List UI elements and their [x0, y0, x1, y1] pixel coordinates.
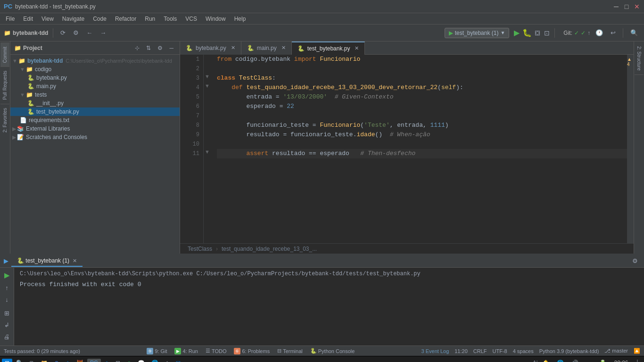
vscode-button[interactable]: ◈ — [102, 359, 112, 362]
todo-tool-btn[interactable]: ☰ TODO — [202, 347, 231, 355]
sync-button[interactable]: ⟳ — [58, 28, 68, 38]
menu-window[interactable]: Window — [202, 15, 230, 23]
menu-refactor[interactable]: Refactor — [111, 15, 140, 23]
run-output[interactable]: C:\Users\leo_o\Envs\bytebank-tdd\Scripts… — [14, 268, 644, 346]
run-scroll-up-button[interactable]: ↑ — [4, 283, 10, 293]
tree-item-bytebank-py[interactable]: 🐍 bytebank.py — [10, 74, 180, 82]
tree-item-main-py[interactable]: 🐍 main.py — [10, 82, 180, 90]
run-tab-close[interactable]: ✕ — [73, 258, 77, 263]
tree-item-requirements[interactable]: 📄 requirements.txt — [10, 116, 180, 124]
run-scroll-down-button[interactable]: ↓ — [4, 295, 10, 304]
tree-item-scratches[interactable]: ▶ 📝 Scratches and Consoles — [10, 133, 180, 141]
show-desktop-button[interactable]: │ — [633, 359, 643, 362]
python-console-tool-btn[interactable]: 🐍 Python Console — [306, 347, 359, 355]
project-locate-button[interactable]: ⊹ — [132, 43, 142, 53]
status-indent[interactable]: 4 spaces — [513, 348, 534, 354]
start-button[interactable]: ⊞ — [2, 359, 12, 362]
close-button[interactable]: ✕ — [634, 3, 640, 10]
tab-test-bytebank-close[interactable]: ✕ — [355, 45, 359, 51]
menu-edit[interactable]: Edit — [19, 15, 37, 23]
cloud-icon[interactable]: ☁ — [583, 359, 594, 362]
code-content[interactable]: from codigo.bytebank import Funcionario … — [211, 55, 627, 243]
run-settings-button[interactable]: ⚙ — [630, 256, 640, 266]
run-rerun-button[interactable]: ▶ — [3, 270, 11, 281]
browser2-button[interactable]: 🌐 — [149, 359, 161, 362]
run-config-selector[interactable]: ▶ test_bytebank (1) ▼ — [445, 28, 510, 38]
forward-button[interactable]: → — [98, 28, 108, 38]
tree-item-codigo[interactable]: ▼ 📁 codigo — [10, 65, 180, 74]
menu-run[interactable]: Run — [141, 15, 159, 23]
settings-button[interactable]: ⚙ — [71, 28, 81, 38]
file-explorer-button[interactable]: 📁 — [38, 359, 50, 362]
minimize-button[interactable]: ─ — [613, 3, 619, 10]
tab-bytebank-py[interactable]: 🐍 bytebank.py ✕ — [180, 41, 241, 55]
notification-area[interactable]: 🔔 — [539, 359, 552, 362]
run-tool-btn[interactable]: ▶ 4: Run — [171, 347, 201, 355]
menu-file[interactable]: File — [2, 15, 18, 23]
code-editor[interactable]: 1 2 3 4 5 6 7 8 9 10 11 ▼ ▼ ▼ from codig… — [180, 55, 634, 243]
tab-test-bytebank-py[interactable]: 🐍 test_bytebank.py ✕ — [292, 41, 365, 55]
project-settings-button[interactable]: ⚙ — [155, 43, 165, 53]
search-taskbar-button[interactable]: 🔍 — [13, 359, 26, 362]
volume-icon[interactable]: 🔊 — [569, 359, 581, 362]
status-crlf[interactable]: CRLF — [473, 348, 487, 354]
fold-method-btn[interactable]: ▼ — [205, 83, 210, 89]
undo-button[interactable]: ↩ — [608, 28, 618, 38]
fold-assert-btn[interactable]: ▼ — [205, 149, 210, 155]
spotify-button[interactable]: ♫ — [124, 359, 134, 362]
coverage-button[interactable]: ⛋ — [535, 29, 541, 37]
chrome-button[interactable]: ⊙ — [51, 359, 62, 362]
menu-view[interactable]: View — [38, 15, 58, 23]
edge-button[interactable]: ◈ — [63, 359, 73, 362]
history-button[interactable]: 🕐 — [593, 28, 605, 38]
project-minimize-button[interactable]: ─ — [167, 43, 176, 53]
debug-button[interactable]: 🐛 — [522, 28, 532, 37]
ai-label[interactable]: Ai — [533, 360, 538, 362]
tree-item-root[interactable]: ▼ 📁 bytebank-tdd C:\Users\leo_o\PycharmP… — [10, 57, 180, 65]
status-vcs-branch[interactable]: ⎇ master — [604, 348, 628, 354]
tab-main-close[interactable]: ✕ — [281, 45, 286, 51]
sidebar-item-commit[interactable]: Commit — [0, 42, 9, 66]
event-log-badge[interactable]: 3 Event Log — [421, 348, 449, 354]
problems-tool-btn[interactable]: ⑥ 6: Problems — [230, 347, 273, 355]
tab-main-py[interactable]: 🐍 main.py ✕ — [241, 41, 292, 55]
run-tab-test-bytebank[interactable]: 🐍 test_bytebank (1) ✕ — [11, 255, 83, 267]
profile-button[interactable]: ⊡ — [544, 29, 550, 37]
fold-class-btn[interactable]: ▼ — [205, 74, 210, 79]
network-icon[interactable]: 🌐 — [554, 359, 567, 362]
menu-navigate[interactable]: Navigate — [58, 15, 88, 23]
run-filter-button[interactable]: ⊞ — [3, 308, 11, 318]
tree-item-init-py[interactable]: 🐍 __init__.py — [10, 99, 180, 107]
status-line-col[interactable]: 11:20 — [454, 348, 468, 354]
terminal-tool-btn[interactable]: ⊟ Terminal — [273, 347, 306, 355]
sidebar-item-pull-requests[interactable]: Pull Requests — [0, 66, 9, 104]
run-print-button[interactable]: 🖨 — [2, 332, 11, 342]
tree-item-test-bytebank-py[interactable]: 🐍 test_bytebank.py — [10, 107, 180, 116]
tab-bytebank-close[interactable]: ✕ — [231, 45, 235, 51]
status-encoding[interactable]: UTF-8 — [493, 348, 507, 354]
search-button[interactable]: 🔍 — [628, 28, 640, 38]
menu-code[interactable]: Code — [89, 15, 110, 23]
menu-tools[interactable]: Tools — [160, 15, 181, 23]
run-button[interactable]: ▶ — [514, 28, 520, 37]
whatsapp-button[interactable]: 💬 — [135, 359, 148, 362]
task-view-button[interactable]: ⧉ — [27, 359, 37, 362]
menu-help[interactable]: Help — [231, 15, 250, 23]
maximize-button[interactable]: □ — [623, 3, 630, 10]
tree-item-external-libs[interactable]: ▶ 📚 External Libraries — [10, 124, 180, 133]
menu-vcs[interactable]: VCS — [182, 15, 201, 23]
run-wrap-button[interactable]: ↲ — [3, 320, 11, 330]
outlook-button[interactable]: ✉ — [173, 359, 183, 362]
git-tool-btn[interactable]: ⑨ 9: Git — [143, 347, 171, 355]
back-button[interactable]: ← — [84, 28, 95, 38]
sidebar-item-favorites[interactable]: 2: Favorites — [0, 104, 9, 136]
sidebar-item-structure[interactable]: 2: Structure — [635, 42, 644, 75]
tree-item-tests[interactable]: ▼ 📁 tests — [10, 90, 180, 99]
run-delete-button[interactable]: 🗑 — [2, 344, 11, 346]
pycharm-button[interactable]: PC — [87, 359, 101, 362]
status-interpreter[interactable]: Python 3.9 (bytebank-tdd) — [539, 348, 599, 354]
battery-icon[interactable]: 🔋 — [596, 359, 609, 362]
figma-button[interactable]: ◈ — [162, 359, 172, 362]
terminal-taskbar-button[interactable]: ⊟ — [113, 359, 123, 362]
project-expand-button[interactable]: ⇅ — [144, 43, 153, 53]
